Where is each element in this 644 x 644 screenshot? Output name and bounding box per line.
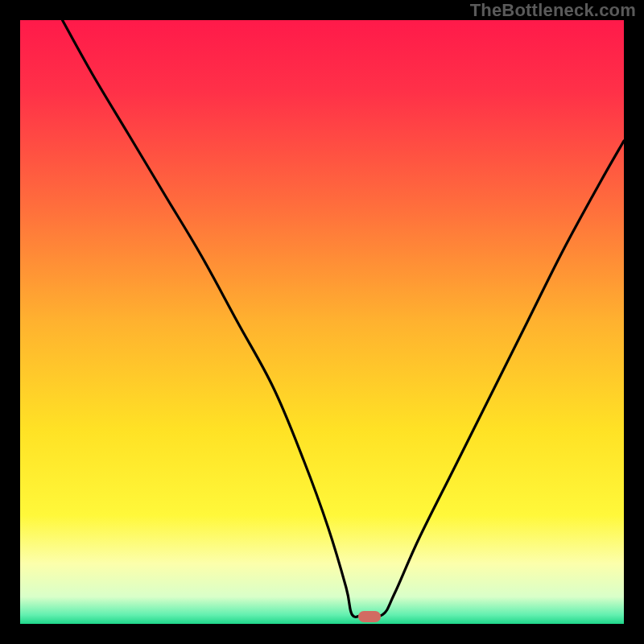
plot-area [20,20,624,624]
optimal-point-marker [358,611,381,622]
attribution-label: TheBottleneck.com [470,0,636,21]
chart-frame: TheBottleneck.com [0,0,644,644]
bottleneck-curve-path [63,20,625,617]
bottleneck-curve-svg [20,20,624,624]
